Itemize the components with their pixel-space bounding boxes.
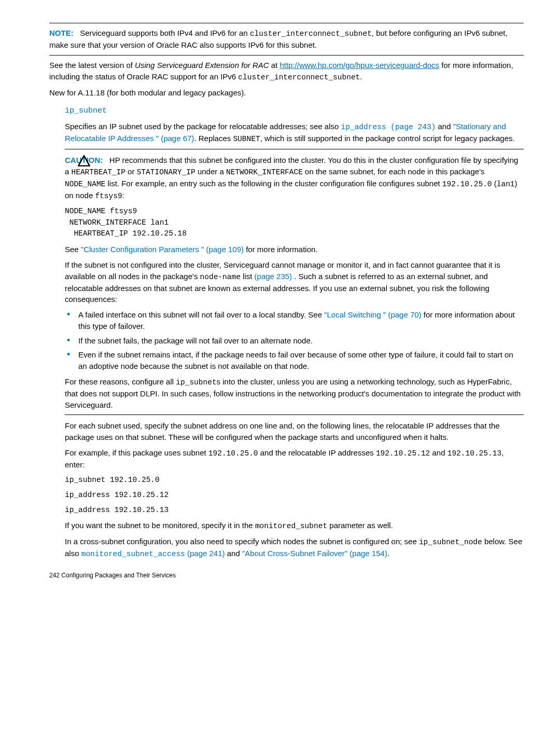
t: and: [225, 549, 242, 558]
c: lan1: [497, 180, 515, 188]
caution-paragraph: CAUTION: HP recommends that this subnet …: [65, 155, 524, 202]
list-item: A failed interface on this subnet will n…: [65, 309, 524, 332]
t: and: [436, 122, 453, 131]
t: list: [241, 272, 255, 281]
para-cross-subnet: In a cross-subnet configuration, you als…: [65, 536, 524, 560]
t: .: [360, 72, 362, 81]
c: 192.10.25.0: [442, 180, 492, 188]
xref-monitored-access[interactable]: monitored_subnet_access (page 241): [81, 549, 225, 558]
c: node-name: [200, 273, 241, 281]
rule-caution-top: [65, 149, 524, 149]
t: list. For example, an entry such as the …: [105, 179, 442, 188]
code-block: NODE_NAME ftsys9 NETWORK_INTERFACE lan1 …: [65, 206, 524, 240]
xref-local-switching[interactable]: "Local Switching " (page 70): [324, 310, 421, 319]
c: 192.10.25.12: [376, 449, 430, 458]
note-block: NOTE: Serviceguard supports both IPv4 an…: [49, 23, 524, 56]
para-see-cluster: See "Cluster Configuration Parameters " …: [65, 244, 524, 255]
t: For example, if this package uses subnet: [65, 448, 208, 457]
t: For these reasons, configure all: [65, 377, 176, 386]
note-paragraph: NOTE: Serviceguard supports both IPv4 an…: [49, 27, 524, 51]
t: A failed interface on this subnet will n…: [78, 310, 324, 319]
cmd-line: ip_address 192.10.25.12: [65, 490, 524, 501]
c: 192.10.25.0: [208, 449, 258, 458]
c: STATIONARY_IP: [137, 168, 195, 176]
note-text-pre: Serviceguard supports both IPv4 and IPv6…: [80, 29, 250, 37]
para-newfor: New for A.11.18 (for both modular and le…: [49, 87, 524, 99]
t: If you want the subnet to be monitored, …: [65, 521, 255, 530]
book-title: Using Serviceguard Extension for RAC: [135, 61, 269, 70]
rule-top: [49, 23, 524, 23]
cmd-line: ip_address 192.10.25.13: [65, 505, 524, 516]
para-for-these-reasons: For these reasons, configure all ip_subn…: [65, 376, 524, 411]
t: (page 241): [185, 549, 225, 558]
para-link: See the latest version of Using Serviceg…: [49, 60, 524, 83]
t: under a: [195, 167, 226, 176]
page-footer: 242 Configuring Packages and Their Servi…: [49, 571, 524, 580]
list-item: Even if the subnet remains intact, if th…: [65, 349, 524, 372]
external-link[interactable]: http://www.hp.com/go/hpux-serviceguard-d…: [279, 61, 439, 70]
rule-caution-bottom: [65, 415, 524, 415]
note-code: cluster_interconnect_subnet: [250, 30, 372, 38]
c: NODE_NAME: [65, 180, 105, 188]
para-for-each-subnet: For each subnet used, specify the subnet…: [65, 420, 524, 443]
t: In a cross-subnet configuration, you als…: [65, 537, 419, 546]
xref-cross-subnet[interactable]: "About Cross-Subnet Failover" (page 154): [242, 549, 387, 558]
para-monitored: If you want the subnet to be monitored, …: [65, 520, 524, 532]
t: parameter as well.: [327, 521, 393, 530]
t: and: [430, 448, 447, 457]
code: SUBNET: [233, 135, 260, 143]
t: Specifies an IP subnet used by the packa…: [65, 122, 341, 131]
c: ip_subnet_node: [419, 538, 482, 546]
c: 192.10.25.13: [447, 449, 501, 458]
t: .: [387, 549, 389, 558]
c: HEARTBEAT_IP: [72, 168, 125, 176]
xref-ip-address[interactable]: ip_address (page 243): [341, 123, 436, 131]
para-specifies: Specifies an IP subnet used by the packa…: [65, 121, 524, 145]
list-item: If the subnet fails, the package will no…: [65, 335, 524, 347]
t: on the same subnet, for each node in thi…: [303, 167, 485, 176]
c: monitored_subnet: [255, 522, 327, 530]
t: (: [492, 179, 497, 188]
t: . Replaces: [194, 134, 233, 143]
xref-cluster-params[interactable]: "Cluster Configuration Parameters " (pag…: [81, 245, 244, 254]
bullet-list: A failed interface on this subnet will n…: [65, 309, 524, 372]
code: cluster_interconnect_subnet: [238, 73, 360, 81]
xref-page235[interactable]: (page 235): [255, 272, 292, 281]
t: or: [125, 167, 137, 176]
t: , which is still supported in the packag…: [260, 134, 515, 143]
rule-bottom: [49, 55, 524, 56]
c: monitored_subnet_access: [81, 550, 185, 558]
para-example: For example, if this package uses subnet…: [65, 447, 524, 471]
t: for more information.: [244, 245, 318, 254]
sub-heading-ip-subnet: ip_subnet: [65, 105, 524, 117]
c: NETWORK_INTERFACE: [226, 168, 303, 176]
t: :: [122, 191, 124, 200]
c: ip_subnet: [176, 378, 216, 386]
caution-block: CAUTION: HP recommends that this subnet …: [49, 149, 524, 415]
t: See: [65, 245, 81, 254]
t: and the relocatable IP addresses: [258, 448, 376, 457]
c: ftsys9: [95, 192, 122, 200]
note-lead: NOTE:: [49, 29, 74, 37]
para-external-subnet: If the subnet is not configured into the…: [65, 259, 524, 305]
caution-icon: [77, 155, 91, 168]
cmd-line: ip_subnet 192.10.25.0: [65, 475, 524, 486]
t: See the latest version of: [49, 61, 135, 70]
xref-label: ip_address (page 243): [341, 123, 436, 131]
t: at: [269, 61, 280, 70]
